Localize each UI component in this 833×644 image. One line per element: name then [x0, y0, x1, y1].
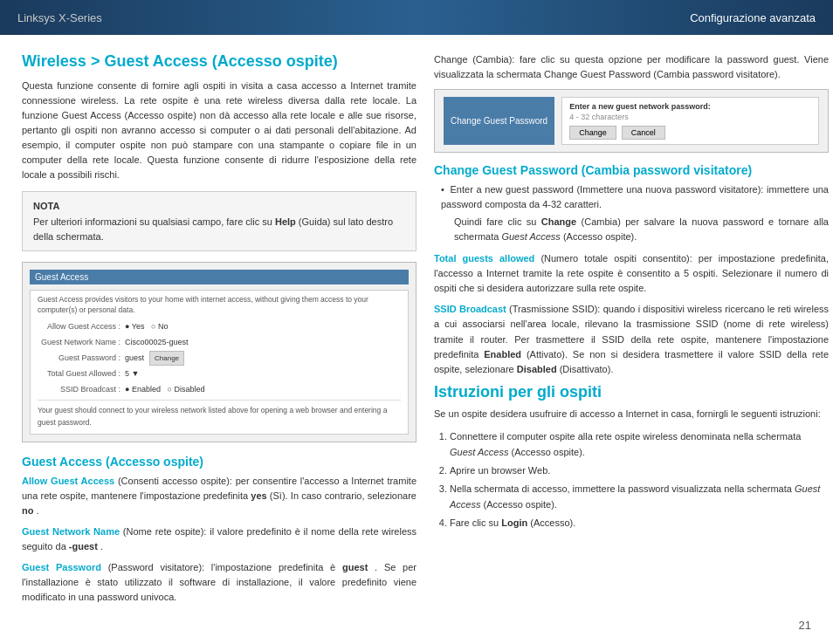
- term-change: Change: [434, 54, 468, 65]
- ui-value-allow: ● Yes ○ No: [125, 320, 168, 333]
- left-column: Wireless > Guest Access (Accesso ospite)…: [22, 52, 416, 627]
- instructions-title: Istruzioni per gli ospiti: [434, 383, 829, 401]
- subsection-title: Guest Access (Accesso ospite): [22, 455, 416, 469]
- instruction-3-text1: Nella schermata di accesso, immettere la…: [450, 483, 795, 494]
- main-content: Wireless > Guest Access (Accesso ospite)…: [0, 35, 833, 644]
- change-intro: Change (Cambia): fare clic su questa opz…: [434, 52, 829, 82]
- change-intro-text2: (Cambia password visitatore).: [653, 69, 781, 79]
- ui-row-password: Guest Password : guest Change: [38, 351, 401, 367]
- ui-value-total: 5 ▼: [125, 367, 139, 380]
- para-guest-pass-text1: (Password visitatore): l'impostazione pr…: [108, 562, 342, 572]
- change-section-title: Change Guest Password (Cambia password v…: [434, 163, 829, 177]
- instruction-4: Fare clic su Login (Accesso).: [450, 515, 829, 531]
- ui-description: Guest Access provides visitors to your h…: [38, 295, 401, 316]
- change-button[interactable]: Change: [149, 351, 184, 367]
- bold-change: Change: [541, 216, 576, 227]
- ui-title-bar: Guest Access: [30, 270, 409, 284]
- bold-yes: yes: [251, 490, 266, 501]
- instruction-1: Connettere il computer ospite alla rete …: [450, 428, 829, 461]
- note-title: NOTA: [33, 199, 405, 214]
- note-help-word: Help: [275, 216, 296, 227]
- cancel-btn[interactable]: Cancel: [622, 126, 665, 140]
- change-box-title: Change Guest Password: [444, 97, 554, 145]
- ui-content: Guest Access provides visitors to your h…: [30, 290, 409, 434]
- ui-label-network: Guest Network Name :: [38, 336, 125, 349]
- bold-login: Login: [501, 517, 527, 528]
- italic-guest-access: Guest Access: [501, 231, 560, 242]
- para-total-guests: Total guests allowed (Numero totale ospi…: [434, 251, 829, 296]
- instruction-3: Nella schermata di accesso, immettere la…: [450, 481, 829, 513]
- bold-guest-default: guest: [342, 562, 368, 572]
- enter-pass-detail: Quindi fare clic su Change (Cambia) per …: [441, 215, 829, 244]
- change-btn[interactable]: Change: [569, 126, 616, 140]
- ui-row-total: Total Guest Allowed : 5 ▼: [38, 367, 401, 380]
- para-allow-guest: Allow Guest Access (Consenti accesso osp…: [22, 474, 416, 518]
- ui-row-allow: Allow Guest Access : ● Yes ○ No: [38, 320, 401, 333]
- change-field-label: Enter a new guest network password:: [569, 102, 811, 111]
- ui-row-ssid: SSID Broadcast : ● Enabled ○ Disabled: [38, 383, 401, 396]
- instructions-list: Connettere il computer ospite alla rete …: [434, 428, 829, 531]
- header-left-title: Linksys X-Series: [17, 11, 102, 24]
- instruction-4-text1: Fare clic su: [450, 517, 501, 528]
- bold-enabled: Enabled: [484, 349, 521, 360]
- instruction-1-italic: Guest Access: [450, 447, 508, 457]
- note-text: Per ulteriori informazioni su qualsiasi …: [33, 215, 405, 243]
- term-total-guests: Total guests allowed: [434, 253, 534, 264]
- instruction-2-text: Aprire un browser Web.: [450, 465, 550, 476]
- bold-no: no: [22, 505, 33, 516]
- para-ssid-broadcast: SSID Broadcast (Trasmissione SSID): quan…: [434, 302, 829, 376]
- ui-value-network: Cisco00025-guest: [125, 336, 189, 349]
- para-guest-password: Guest Password (Password visitatore): l'…: [22, 560, 416, 605]
- change-para: • Enter a new guest password (Immettere …: [434, 182, 829, 244]
- ui-value-ssid: ● Enabled ○ Disabled: [125, 383, 204, 396]
- term-enter-password: Enter a new guest password: [451, 184, 574, 195]
- para-allow-text2: (Sì). In caso contrario, selezionare: [270, 490, 416, 501]
- para-network-name: Guest Network Name (Nome rete ospite): i…: [22, 524, 416, 554]
- header: Linksys X-Series Configurazione avanzata: [0, 0, 833, 35]
- enter-pass-text1: (Immettere una nuova password visitatore…: [576, 184, 763, 195]
- right-column: Change (Cambia): fare clic su questa opz…: [434, 52, 829, 627]
- change-box-buttons: Change Cancel: [569, 126, 811, 140]
- change-box-content: Enter a new guest network password: 4 - …: [561, 97, 819, 145]
- header-right-title: Configurazione avanzata: [690, 11, 816, 24]
- main-title: Wireless > Guest Access (Accesso ospite): [22, 52, 416, 72]
- instructions-intro: Se un ospite desidera usufruire di acces…: [434, 407, 829, 421]
- term-network-name: Guest Network Name: [22, 526, 120, 537]
- ui-row-network: Guest Network Name : Cisco00025-guest: [38, 336, 401, 349]
- ui-screenshot: Guest Access Guest Access provides visit…: [22, 262, 416, 442]
- ui-footer: Your guest should connect to your wirele…: [38, 400, 401, 429]
- note-box: NOTA Per ulteriori informazioni su quals…: [22, 191, 416, 252]
- instruction-1-text2: (Accesso ospite).: [512, 447, 585, 457]
- ui-label-ssid: SSID Broadcast :: [38, 383, 125, 396]
- term-allow-guest: Allow Guest Access: [22, 476, 114, 486]
- ssid-text3: (Disattivato).: [560, 364, 614, 374]
- para-network-text2: .: [100, 541, 103, 552]
- ui-label-total: Total Guest Allowed :: [38, 367, 125, 380]
- note-text-before: Per ulteriori informazioni su qualsiasi …: [33, 216, 275, 227]
- instruction-2: Aprire un browser Web.: [450, 462, 829, 479]
- ui-label-password: Guest Password :: [38, 352, 125, 365]
- instruction-3-text2: (Accesso ospite).: [484, 499, 557, 510]
- intro-text: Questa funzione consente di fornire agli…: [22, 79, 416, 182]
- term-ssid-broadcast: SSID Broadcast: [434, 304, 506, 314]
- ui-label-allow: Allow Guest Access :: [38, 320, 125, 333]
- ui-value-password: guest: [125, 352, 144, 365]
- change-italic: Change Guest Password: [544, 69, 651, 79]
- instruction-4-text2: (Accesso).: [530, 517, 575, 528]
- bold-disabled: Disabled: [517, 364, 557, 374]
- term-guest-password: Guest Password: [22, 562, 101, 572]
- bullet-icon: •: [441, 184, 444, 195]
- page-number: 21: [799, 619, 811, 632]
- bold-guest-suffix: -guest: [69, 541, 98, 552]
- change-field-hint: 4 - 32 characters: [569, 113, 811, 121]
- instruction-1-text1: Connettere il computer ospite alla rete …: [450, 431, 801, 442]
- para-allow-text3: .: [37, 505, 39, 516]
- change-box: Change Guest Password Enter a new guest …: [434, 89, 829, 153]
